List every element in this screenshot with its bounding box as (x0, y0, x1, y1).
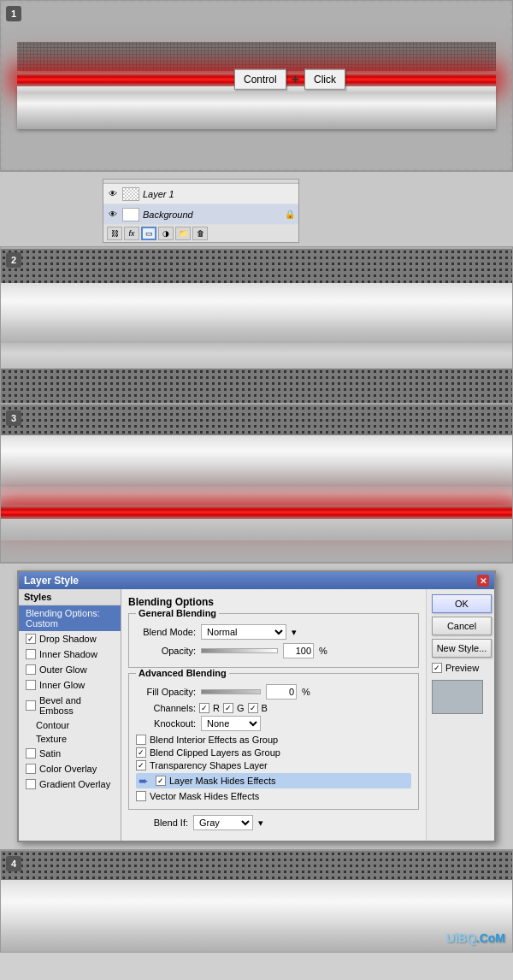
ok-button[interactable]: OK (432, 594, 492, 613)
fx-tool[interactable]: fx (124, 227, 139, 240)
opacity-slider[interactable] (201, 648, 278, 653)
style-satin[interactable]: Satin (19, 746, 121, 761)
delete-tool[interactable]: 🗑 (192, 227, 208, 240)
cb3-label: Transparency Shapes Layer (150, 760, 268, 770)
dialog-close-button[interactable]: ✕ (477, 575, 489, 587)
folder-tool[interactable]: 📁 (175, 227, 191, 240)
outer-glow-checkbox[interactable] (26, 664, 36, 675)
section-4: 4 UiBQ.CoM (0, 850, 513, 953)
style-bevel-emboss[interactable]: Bevel and Emboss (19, 693, 121, 718)
bevel-checkbox[interactable] (26, 700, 36, 711)
opacity-percent: % (319, 646, 333, 656)
perf-dots-top-3 (1, 405, 512, 435)
eye-icon-1[interactable]: 👁 (107, 188, 119, 200)
control-button[interactable]: Control (234, 69, 286, 90)
preview-label: Preview (445, 663, 479, 673)
silver-band-1 (17, 86, 496, 129)
dialog-titlebar: Layer Style ✕ (19, 572, 494, 589)
style-contour[interactable]: Contour (19, 718, 121, 732)
gradient-overlay-checkbox[interactable] (26, 779, 36, 789)
click-button[interactable]: Click (304, 69, 345, 90)
inner-glow-checkbox[interactable] (26, 680, 36, 690)
step-badge-1: 1 (6, 6, 21, 21)
channel-b-label: B (262, 703, 268, 713)
step-badge-3: 3 (6, 410, 21, 426)
cb3-row: Transparency Shapes Layer (136, 760, 411, 770)
general-blending-group: General Blending Blend Mode: Normal ▾ Op… (128, 613, 419, 668)
channel-r-checkbox[interactable] (199, 703, 209, 713)
blend-mode-row: Blend Mode: Normal ▾ (136, 624, 411, 640)
satin-checkbox[interactable] (26, 748, 36, 759)
fill-opacity-input[interactable] (266, 684, 297, 700)
blend-mode-arrow: ▾ (292, 627, 297, 638)
style-inner-shadow[interactable]: Inner Shadow (19, 646, 121, 662)
inner-shadow-checkbox[interactable] (26, 649, 36, 659)
layer-row-2[interactable]: 👁 Background 🔒 (103, 204, 298, 225)
color-overlay-checkbox[interactable] (26, 764, 36, 774)
eye-icon-2[interactable]: 👁 (107, 209, 119, 221)
arrow-indicator: ➨ (139, 774, 149, 788)
dialog-right-panel: OK Cancel New Style... Preview (426, 589, 494, 841)
silver-band-4 (1, 880, 512, 952)
drop-shadow-checkbox[interactable]: ✓ (26, 634, 36, 644)
fill-opacity-slider[interactable] (201, 689, 261, 694)
watermark-text1: UiBQ (446, 931, 476, 945)
new-style-button[interactable]: New Style... (432, 639, 492, 658)
mask-tool[interactable]: ▭ (141, 227, 156, 240)
style-color-overlay[interactable]: Color Overlay (19, 761, 121, 776)
perforated-band-top (17, 42, 496, 71)
dialog-title: Layer Style (24, 575, 79, 587)
cb1-checkbox[interactable] (136, 735, 146, 745)
styles-list-panel: Styles Blending Options: Custom ✓ Drop S… (19, 589, 121, 841)
blend-mode-select[interactable]: Normal (201, 624, 286, 640)
ctrl-click-dialog: Control + Click (234, 69, 345, 90)
section-3: 3 (0, 404, 513, 563)
channel-b-checkbox[interactable] (248, 703, 258, 713)
style-blending-options[interactable]: Blending Options: Custom (19, 605, 121, 631)
step-badge-4: 4 (6, 856, 21, 871)
channel-g-label: G (237, 703, 245, 713)
satin-label: Satin (39, 748, 61, 759)
style-drop-shadow[interactable]: ✓ Drop Shadow (19, 631, 121, 646)
fill-opacity-label: Fill Opacity: (136, 687, 196, 697)
layer-style-dialog: Layer Style ✕ Styles Blending Options: C… (17, 570, 496, 842)
style-inner-glow[interactable]: Inner Glow (19, 677, 121, 693)
cb5-row: Vector Mask Hides Effects (136, 791, 411, 801)
layer-thumb-2 (122, 208, 139, 221)
channels-row: Channels: R G B (136, 703, 411, 713)
blend-mode-label: Blend Mode: (136, 627, 196, 637)
channel-g-checkbox[interactable] (223, 703, 233, 713)
options-title: Blending Options (128, 596, 419, 608)
layers-panel-wrap: 👁 Layer 1 👁 Background 🔒 ⛓ fx ▭ ◑ 📁 🗑 (0, 171, 513, 246)
advanced-blending-title: Advanced Blending (136, 668, 229, 678)
style-texture[interactable]: Texture (19, 732, 121, 746)
dialog-body: Styles Blending Options: Custom ✓ Drop S… (19, 589, 494, 841)
blend-if-select[interactable]: Gray (193, 815, 253, 830)
bottom-band-3 (1, 519, 512, 540)
silver-ring-3 (1, 487, 512, 505)
cb5-label: Vector Mask Hides Effects (150, 791, 259, 801)
inner-glow-label: Inner Glow (39, 680, 85, 690)
knockout-row: Knockout: None (136, 716, 411, 731)
cb2-row: Blend Clipped Layers as Group (136, 747, 411, 758)
cb2-label: Blend Clipped Layers as Group (150, 747, 280, 758)
drop-shadow-label: Drop Shadow (39, 634, 97, 644)
layer-row-1[interactable]: 👁 Layer 1 (103, 184, 298, 204)
cb4-checkbox[interactable] (156, 776, 166, 786)
gradient-overlay-label: Gradient Overlay (39, 779, 110, 789)
style-outer-glow[interactable]: Outer Glow (19, 662, 121, 677)
cb2-checkbox[interactable] (136, 747, 146, 758)
cb5-checkbox[interactable] (136, 791, 146, 801)
cancel-button[interactable]: Cancel (432, 617, 492, 635)
silver-band-big-3 (1, 435, 512, 487)
layer-tools-bar: ⛓ fx ▭ ◑ 📁 🗑 (103, 225, 298, 242)
opacity-input[interactable] (283, 643, 314, 658)
knockout-select[interactable]: None (201, 716, 261, 731)
link-tool[interactable]: ⛓ (107, 227, 122, 240)
circle-tool[interactable]: ◑ (158, 227, 174, 240)
style-gradient-overlay[interactable]: Gradient Overlay (19, 776, 121, 792)
layer-thumb-1 (122, 187, 139, 201)
preview-checkbox[interactable] (432, 663, 442, 673)
cb3-checkbox[interactable] (136, 760, 146, 770)
cylinder-4 (1, 851, 512, 952)
